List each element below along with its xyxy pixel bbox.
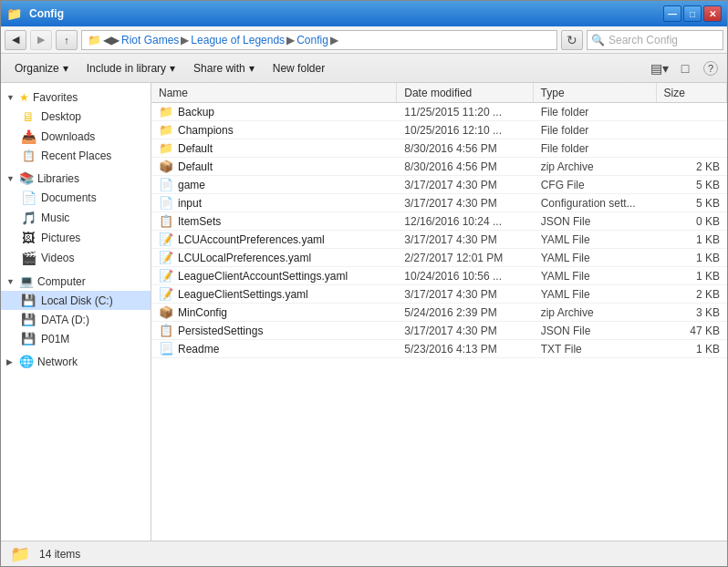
views-chevron: ▾ <box>662 61 669 76</box>
file-type-icon: 📃 <box>159 342 173 356</box>
table-row[interactable]: 📁 Backup 11/25/2015 11:20 ... File folde… <box>151 103 727 121</box>
sidebar-item-downloads[interactable]: 📥 Downloads <box>1 127 151 147</box>
file-name-cell: 📄 input <box>151 196 397 210</box>
desktop-label: Desktop <box>41 110 81 123</box>
videos-icon: 🎬 <box>21 251 36 265</box>
preview-pane-button[interactable]: □ <box>674 57 696 79</box>
p01m-label: P01M <box>41 333 69 345</box>
sidebar-item-p01m[interactable]: 💾 P01M <box>1 329 151 348</box>
window-title: Config <box>26 7 663 20</box>
music-label: Music <box>41 211 69 224</box>
recent-label: Recent Places <box>41 149 111 162</box>
file-type-cell: File folder <box>534 124 657 137</box>
file-list: Name Date modified Type Size 📁 Backup 11… <box>151 83 727 541</box>
sidebar-item-desktop[interactable]: 🖥 Desktop <box>1 107 151 127</box>
computer-label: Computer <box>37 275 86 288</box>
file-name-cell: 📁 Default <box>151 141 397 155</box>
organize-button[interactable]: Organize ▾ <box>6 57 77 79</box>
table-row[interactable]: 📝 LCULocalPreferences.yaml 2/27/2017 12:… <box>151 249 727 267</box>
col-header-date[interactable]: Date modified <box>397 83 533 102</box>
sidebar-item-documents[interactable]: 📄 Documents <box>1 188 151 208</box>
network-expand-icon: ▶ <box>6 357 16 366</box>
table-row[interactable]: 📋 ItemSets 12/16/2016 10:24 ... JSON Fil… <box>151 212 727 231</box>
libraries-header[interactable]: ▼ 📚 Libraries <box>1 169 151 188</box>
organize-label: Organize <box>15 62 59 75</box>
file-name-cell: 📦 Default <box>151 160 397 173</box>
table-row[interactable]: 📁 Champions 10/25/2016 12:10 ... File fo… <box>151 121 727 139</box>
col-header-type[interactable]: Type <box>534 83 657 102</box>
sidebar-item-recent[interactable]: 📋 Recent Places <box>1 147 151 165</box>
file-name-cell: 📃 Readme <box>151 342 397 356</box>
table-row[interactable]: 📦 Default 8/30/2016 4:56 PM zip Archive … <box>151 158 727 176</box>
file-size-cell: 2 KB <box>657 288 727 301</box>
include-label: Include in library <box>87 62 166 75</box>
up-button[interactable]: ↑ <box>56 30 78 50</box>
maximize-button[interactable]: □ <box>683 5 702 22</box>
minimize-button[interactable]: — <box>663 5 681 22</box>
file-type-icon: 📦 <box>159 305 173 319</box>
table-row[interactable]: 📄 game 3/17/2017 4:30 PM CFG File 5 KB <box>151 176 727 194</box>
file-type-icon: 📝 <box>159 287 173 301</box>
table-row[interactable]: 📝 LeagueClientSettings.yaml 3/17/2017 4:… <box>151 285 727 304</box>
search-box[interactable]: 🔍 Search Config <box>587 30 723 50</box>
network-header[interactable]: ▶ 🌐 Network <box>1 352 151 371</box>
computer-header[interactable]: ▼ 💻 Computer <box>1 272 151 291</box>
sidebar-item-local-disk[interactable]: 💾 Local Disk (C:) <box>1 291 151 310</box>
file-name-cell: 📄 game <box>151 178 397 191</box>
file-date-cell: 3/17/2017 4:30 PM <box>397 288 533 301</box>
share-with-button[interactable]: Share with ▾ <box>185 57 263 79</box>
view-controls: ▤ ▾ □ ? <box>649 57 722 79</box>
file-date-cell: 11/25/2015 11:20 ... <box>397 106 533 119</box>
data-label: DATA (D:) <box>41 314 89 326</box>
file-type-icon: 📁 <box>159 105 173 119</box>
address-path[interactable]: 📁 ◀▶ Riot Games ▶ League of Legends ▶ Co… <box>81 30 557 50</box>
table-row[interactable]: 📄 input 3/17/2017 4:30 PM Configuration … <box>151 194 727 212</box>
col-header-size[interactable]: Size <box>657 83 727 102</box>
views-button[interactable]: ▤ ▾ <box>649 57 671 79</box>
computer-icon: 💻 <box>19 274 34 288</box>
help-icon: ? <box>703 61 718 76</box>
favorites-header[interactable]: ▼ ★ Favorites <box>1 88 151 107</box>
sidebar-item-music[interactable]: 🎵 Music <box>1 208 151 228</box>
file-size-cell: 0 KB <box>657 215 727 228</box>
file-size-cell: 1 KB <box>657 233 727 246</box>
table-row[interactable]: 📋 PersistedSettings 3/17/2017 4:30 PM JS… <box>151 322 727 340</box>
table-row[interactable]: 📝 LCUAccountPreferences.yaml 3/17/2017 4… <box>151 231 727 249</box>
file-type-cell: TXT File <box>534 343 657 356</box>
file-type-cell: CFG File <box>534 179 657 191</box>
file-size-cell: 5 KB <box>657 179 727 191</box>
file-size-cell: 1 KB <box>657 270 727 283</box>
refresh-button[interactable]: ↻ <box>561 30 583 50</box>
recent-icon: 📋 <box>21 149 36 162</box>
file-name-cell: 📝 LeagueClientAccountSettings.yaml <box>151 269 397 283</box>
new-folder-button[interactable]: New folder <box>265 57 333 79</box>
help-button[interactable]: ? <box>700 57 722 79</box>
file-type-cell: YAML File <box>534 252 657 264</box>
sidebar-item-pictures[interactable]: 🖼 Pictures <box>1 228 151 248</box>
libraries-section: ▼ 📚 Libraries 📄 Documents 🎵 Music 🖼 Pict… <box>1 169 151 268</box>
table-row[interactable]: 📃 Readme 5/23/2016 4:13 PM TXT File 1 KB <box>151 340 727 358</box>
data-drive-icon: 💾 <box>21 313 36 326</box>
music-icon: 🎵 <box>21 211 36 225</box>
file-name: LCULocalPreferences.yaml <box>178 252 311 264</box>
file-type-icon: 📁 <box>159 123 173 137</box>
path-part-config[interactable]: Config <box>296 34 328 46</box>
back-button[interactable]: ◀ <box>5 30 26 50</box>
pictures-label: Pictures <box>41 232 80 244</box>
sidebar-item-videos[interactable]: 🎬 Videos <box>1 248 151 268</box>
local-disk-icon: 💾 <box>21 294 36 307</box>
col-header-name[interactable]: Name <box>151 83 397 102</box>
table-row[interactable]: 📝 LeagueClientAccountSettings.yaml 10/24… <box>151 267 727 285</box>
forward-button[interactable]: ▶ <box>30 30 52 50</box>
sidebar-item-data[interactable]: 💾 DATA (D:) <box>1 310 151 329</box>
views-icon: ▤ <box>650 61 662 76</box>
close-button[interactable]: ✕ <box>703 5 722 22</box>
table-row[interactable]: 📁 Default 8/30/2016 4:56 PM File folder <box>151 139 727 158</box>
pictures-icon: 🖼 <box>21 231 36 245</box>
computer-section: ▼ 💻 Computer 💾 Local Disk (C:) 💾 DATA (D… <box>1 272 151 348</box>
path-part-riot[interactable]: Riot Games <box>121 34 179 46</box>
include-library-button[interactable]: Include in library ▾ <box>78 57 183 79</box>
table-row[interactable]: 📦 MinConfig 5/24/2016 2:39 PM zip Archiv… <box>151 304 727 322</box>
network-label: Network <box>37 356 78 368</box>
path-part-lol[interactable]: League of Legends <box>191 34 285 46</box>
